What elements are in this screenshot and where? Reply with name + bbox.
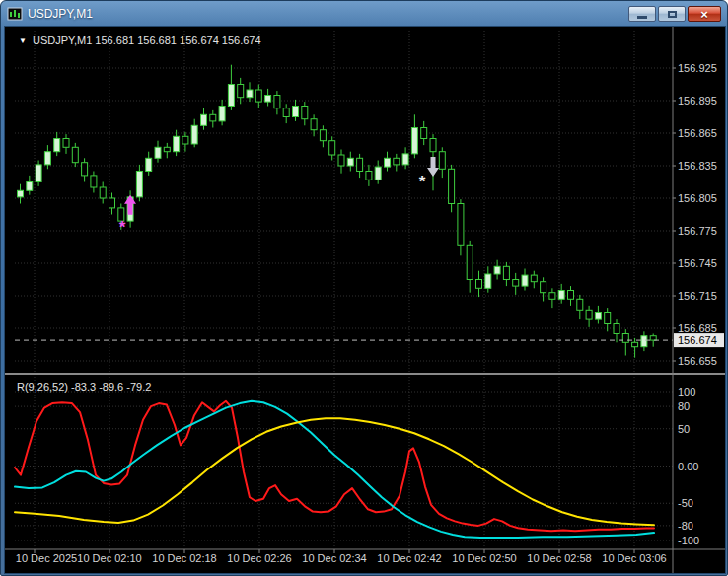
price-axis-label: 156.865 [678,127,717,139]
indicator-axis-label: 0.00 [678,461,698,472]
candle [366,172,372,180]
close-icon: × [700,8,708,21]
candle [82,163,88,176]
price-axis-label: 156.895 [678,95,717,107]
candle [503,266,509,279]
time-axis-label: 10 Dec 02:42 [377,552,441,564]
mt4-chart-window: USDJPY,M1 × 156.925156.895156.865156.835… [0,0,728,576]
maximize-icon [668,11,677,18]
candle [622,334,628,343]
candle [531,275,537,282]
candle [63,139,69,148]
candle [549,293,555,300]
icon-bar [10,12,12,17]
symbol-marker-icon: ▼ [19,36,27,45]
chart-background [5,27,725,573]
candle [27,182,33,191]
candle [485,274,491,288]
indicator-axis-label: 50 [678,423,690,435]
candle [155,147,161,158]
candle [577,299,583,310]
price-axis-label: 156.745 [678,257,717,269]
titlebar[interactable]: USDJPY,M1 × [1,1,727,27]
signal-asterisk-icon: * [419,173,426,191]
candle [283,108,289,117]
candle [439,152,445,170]
candle [394,158,400,165]
icon-bar [18,13,20,18]
candle [72,147,78,162]
candle [265,96,271,103]
candle [274,96,280,108]
close-button[interactable]: × [688,6,721,22]
maximize-button[interactable] [658,6,686,22]
price-axis-label: 156.715 [678,290,717,302]
time-axis-label: 10 Dec 02:50 [452,552,516,564]
candle [182,136,188,144]
candle [458,204,464,246]
indicator-label: R(9,26,52) -83.3 -89.6 -79.2 [17,381,151,393]
time-axis-label: 10 Dec 02:58 [527,552,591,564]
candle [311,119,317,130]
candle [522,275,528,286]
indicator-axis-label: 100 [678,386,695,397]
candle [210,114,216,121]
candle [357,158,363,171]
candle [164,147,170,151]
price-axis-label: 156.925 [678,62,717,74]
candle [614,324,619,334]
candle [174,136,180,151]
time-axis-label: 10 Dec 2025 [16,552,77,564]
candle [641,336,647,347]
ohlc-info-line: USDJPY,M1 156.681 156.681 156.674 156.67… [33,35,261,46]
candle [247,90,253,98]
candle [44,152,50,165]
signal-asterisk-icon: * [119,218,126,237]
window-chart-icon [7,6,23,22]
minimize-icon [637,16,647,19]
candle [421,128,427,139]
candle [632,342,638,346]
candle [568,291,574,300]
candle [91,176,97,187]
minimize-button[interactable] [628,6,656,22]
chart-client-area[interactable]: 156.925156.895156.865156.835156.805156.7… [5,27,725,573]
candle [375,167,381,180]
price-axis-label: 156.655 [678,355,717,367]
time-axis-label: 10 Dec 02:26 [227,552,291,564]
candle [449,169,455,203]
candle [146,158,152,171]
candle [476,280,482,289]
candle [541,282,546,293]
current-price-label: 156.674 [678,334,717,346]
indicator-axis-label: -100 [678,535,699,546]
candle [385,158,391,167]
time-axis-label: 10 Dec 02:18 [152,552,216,564]
candle [255,90,261,102]
indicator-axis-label: -50 [678,497,693,509]
time-axis-label: 10 Dec 02:34 [302,552,366,564]
candle [595,313,601,320]
panel-divider[interactable] [5,373,725,375]
candle [338,155,344,166]
candle [54,139,60,152]
indicator-axis-label: -80 [678,520,693,532]
candle [430,139,436,152]
candle [586,310,592,319]
time-axis-label: 10 Dec 02:10 [77,552,141,564]
window-controls: × [628,6,721,22]
candle [238,85,244,98]
price-axis-label: 156.685 [678,323,717,334]
candle [228,85,234,107]
candle [219,107,225,121]
candle [558,291,564,300]
price-axis-label: 156.835 [678,160,717,172]
candle [467,245,473,279]
candle [191,125,197,144]
candle [302,107,308,119]
candle [18,190,24,197]
candle [329,141,335,155]
candle [402,154,408,165]
candle [109,198,115,208]
icon-bar [14,10,16,17]
